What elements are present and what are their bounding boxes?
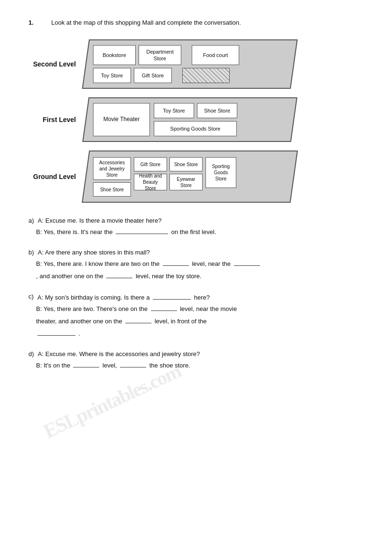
second-floor-plan: Bookstore Department Store Food court To… (82, 39, 298, 89)
first-sporting-goods: Sporting Goods Store (154, 121, 237, 136)
second-food-court: Food court (192, 45, 239, 65)
watermark: ESLprintables.com (40, 359, 184, 443)
first-level-label: First Level (28, 116, 76, 123)
second-gift-store: Gift Store (134, 68, 172, 83)
conv-b-blank1[interactable] (163, 259, 189, 266)
ground-sporting-goods: Sporting Goods Store (205, 157, 236, 188)
question-header: 1. Look at the map of this shopping Mall… (28, 19, 364, 26)
second-level-row: Second Level Bookstore Department Store … (28, 39, 364, 89)
ground-level-row: Ground Level Accessories and Jewelry Sto… (28, 151, 364, 203)
first-level-row: First Level Movie Theater Toy Store Shoe… (28, 97, 364, 142)
conv-c-blank2[interactable] (125, 317, 151, 323)
question-number: 1. (28, 19, 40, 26)
first-floor-plan: Movie Theater Toy Store Shoe Store Sport… (82, 97, 297, 142)
conv-c-blankA[interactable] (153, 293, 191, 300)
conv-a-label: a) (28, 217, 34, 224)
conv-b-label: b) (28, 249, 34, 256)
conv-d-label: d) (28, 350, 34, 357)
conv-b-blank2[interactable] (234, 259, 260, 266)
conv-b-lineB: B: Yes, there are. I know there are two … (36, 258, 364, 270)
question-text: Look at the map of this shopping Mall an… (51, 19, 241, 26)
conv-c: c) A: My son's birthday is coming. Is th… (28, 293, 364, 340)
conv-c-lineB2: theater, and another one on the level, i… (36, 315, 364, 328)
ground-eyewear: Eyewear Store (169, 174, 203, 190)
conv-d-blank1[interactable] (73, 361, 99, 367)
ground-level-label: Ground Level (28, 173, 76, 180)
ground-gift-store: Gift Store (134, 157, 167, 171)
mall-map: Second Level Bookstore Department Store … (28, 39, 364, 203)
first-toy-store: Toy Store (154, 103, 194, 118)
conv-a-lineA: A: Excuse me. Is there a movie theater h… (38, 217, 162, 224)
conv-b: b) A: Are there any shoe stores in this … (28, 249, 364, 282)
ground-shoe-store1: Shoe Store (93, 182, 131, 197)
second-toy-store: Toy Store (93, 68, 131, 83)
conv-a: a) A: Excuse me. Is there a movie theate… (28, 217, 364, 238)
conv-d-blank2[interactable] (120, 361, 146, 367)
conv-d: d) A: Excuse me. Where is the accessorie… (28, 350, 364, 372)
ground-floor-plan: Accessories and Jewelry Store Shoe Store… (82, 151, 298, 203)
second-stairs (182, 68, 230, 83)
ground-accessories: Accessories and Jewelry Store (93, 157, 131, 180)
first-movie-theater: Movie Theater (93, 103, 150, 136)
conv-b-blank3[interactable] (106, 272, 132, 278)
conv-b-lineA: A: Are there any shoe stores in this mal… (38, 249, 150, 256)
conv-a-lineB: B: Yes, there is. It's near the on the f… (36, 226, 364, 238)
ground-shoe-store2: Shoe Store (169, 157, 203, 171)
conv-d-lineA: A: Excuse me. Where is the accessories a… (38, 350, 200, 357)
conv-b-lineB2: , and another one on the level, near the… (36, 270, 364, 282)
ground-health-beauty: Health and Beauty Store (134, 174, 167, 190)
conv-d-lineB: B: It's on the level, the shoe store. (36, 359, 364, 372)
conv-c-lineA: A: My son's birthday is coming. Is there… (37, 293, 210, 301)
second-department-store: Department Store (139, 45, 181, 65)
conversations: a) A: Excuse me. Is there a movie theate… (28, 217, 364, 372)
second-level-label: Second Level (28, 60, 76, 68)
conv-a-blank[interactable] (116, 227, 168, 234)
second-bookstore: Bookstore (93, 45, 136, 65)
conv-c-label: c) (28, 293, 34, 301)
conv-c-blank1[interactable] (151, 304, 177, 311)
conv-c-blank3[interactable] (37, 329, 75, 336)
conv-c-lineB1: B: Yes, there are two. There's one on th… (36, 303, 364, 315)
conv-c-lineB3: . (36, 328, 364, 340)
first-shoe-store: Shoe Store (197, 103, 237, 118)
